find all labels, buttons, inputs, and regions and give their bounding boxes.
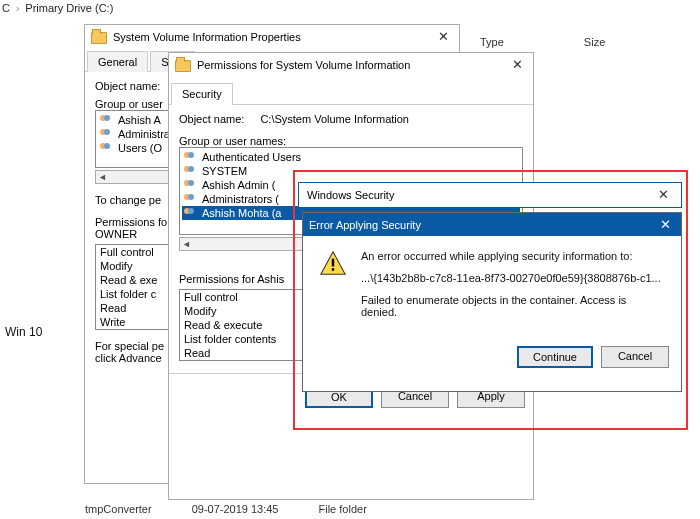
tab-general[interactable]: General [87,51,148,72]
user-icon [184,166,198,176]
window-title: System Volume Information Properties [113,31,301,43]
error-line: An error occurred while applying securit… [361,250,665,262]
folder-icon [91,32,107,44]
breadcrumb-part[interactable]: C [2,2,10,14]
window-title: Error Applying Security [309,219,421,231]
list-item[interactable]: SYSTEM [202,165,247,177]
user-icon [184,208,198,218]
user-icon [184,194,198,204]
user-icon [100,143,114,153]
window-title: Permissions for System Volume Informatio… [197,59,410,71]
close-icon[interactable]: ✕ [655,217,675,232]
list-item-selected[interactable]: Ashish Mohta (a [202,207,281,219]
breadcrumb[interactable]: C › Primary Drive (C:) [2,2,113,14]
file-type: File folder [319,503,367,515]
close-icon[interactable]: ✕ [507,57,527,72]
breadcrumb-part[interactable]: Primary Drive (C:) [25,2,113,14]
chevron-right-icon: › [16,3,19,14]
list-item[interactable]: Ashish Admin ( [202,179,275,191]
tab-security[interactable]: Security [171,83,233,105]
column-header-size[interactable]: Size [584,36,605,48]
warning-icon [319,250,347,276]
cancel-button[interactable]: Cancel [601,346,669,368]
list-item[interactable]: Users (O [118,142,162,154]
folder-icon [175,60,191,72]
object-name-label: Object name: [179,113,244,125]
user-icon [100,129,114,139]
group-names-label: Group or user names: [179,135,523,147]
continue-button[interactable]: Continue [517,346,593,368]
user-icon [100,115,114,125]
list-item[interactable]: Authenticated Users [202,151,301,163]
object-name-value: C:\System Volume Information [260,113,409,125]
list-item[interactable]: Ashish A [118,114,161,126]
svg-rect-1 [332,259,334,267]
svg-rect-2 [332,268,334,271]
user-icon [184,180,198,190]
error-path: ...\{143b2b8b-c7c8-11ea-8f73-00270e0f0e5… [361,272,665,284]
list-item[interactable]: Administrators ( [202,193,279,205]
user-icon [184,152,198,162]
error-dialog: Error Applying Security ✕ An error occur… [302,212,682,392]
list-item[interactable]: Administra [118,128,170,140]
column-header-type[interactable]: Type [480,36,504,48]
object-name-label: Object name: [95,80,160,92]
file-date: 09-07-2019 13:45 [192,503,279,515]
sidebar-item[interactable]: Win 10 [5,325,42,339]
file-name[interactable]: tmpConverter [85,503,152,515]
close-icon[interactable]: ✕ [653,187,673,202]
windows-security-window: Windows Security ✕ [298,182,682,208]
error-line: Failed to enumerate objects in the conta… [361,294,665,318]
close-icon[interactable]: ✕ [433,29,453,44]
window-title: Windows Security [307,189,394,201]
